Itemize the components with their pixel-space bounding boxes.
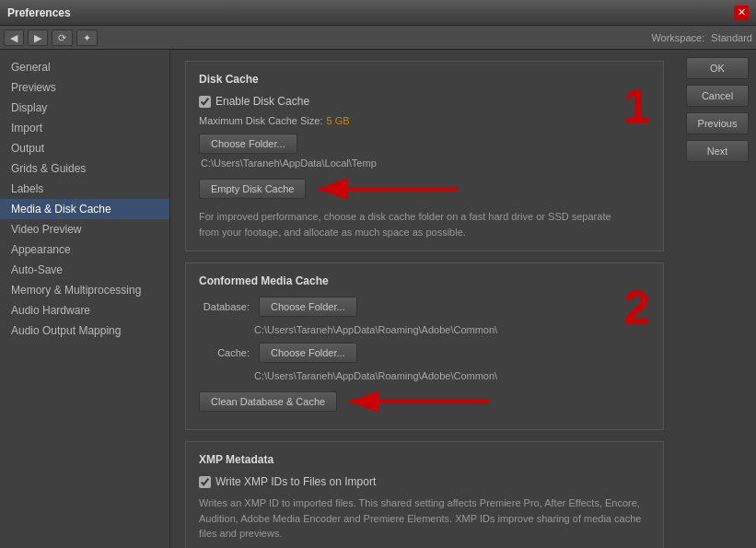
conformed-number: 2 — [623, 284, 650, 332]
database-choose-button[interactable]: Choose Folder... — [259, 297, 357, 317]
disk-cache-path: C:\Users\Taraneh\AppData\Local\Temp — [201, 157, 616, 169]
toolbar-btn-1[interactable]: ◀ — [4, 29, 24, 46]
sidebar-item-labels[interactable]: Labels — [0, 179, 169, 199]
sidebar-item-memory--multiprocessing[interactable]: Memory & Multiprocessing — [0, 280, 169, 300]
disk-cache-info: For improved performance, choose a disk … — [199, 209, 616, 239]
window-title: Preferences — [7, 6, 71, 19]
main-content: GeneralPreviewsDisplayImportOutputGrids … — [0, 50, 756, 548]
sidebar: GeneralPreviewsDisplayImportOutputGrids … — [0, 50, 170, 548]
xmp-title: XMP Metadata — [199, 453, 650, 466]
write-xmp-checkbox[interactable] — [199, 476, 211, 488]
choose-folder-button-disk[interactable]: Choose Folder... — [199, 134, 297, 154]
workspace-label: Workspace: Standard — [651, 32, 752, 43]
cache-choose-button[interactable]: Choose Folder... — [259, 343, 357, 363]
disk-cache-section: Disk Cache Enable Disk Cache Maximum Dis… — [185, 61, 664, 251]
conformed-media-section: Conformed Media Cache Database: Choose F… — [185, 262, 664, 430]
sidebar-item-output[interactable]: Output — [0, 138, 169, 158]
sidebar-item-audio-hardware[interactable]: Audio Hardware — [0, 300, 169, 321]
toolbar-btn-3[interactable]: ⟳ — [52, 29, 73, 46]
toolbar: ◀ ▶ ⟳ ✦ Workspace: Standard — [0, 26, 756, 50]
cache-label: Cache: — [199, 347, 250, 358]
disk-cache-title: Disk Cache — [199, 73, 616, 86]
empty-disk-cache-button[interactable]: Empty Disk Cache — [199, 179, 306, 199]
max-size-row: Maximum Disk Cache Size: 5 GB — [199, 115, 616, 126]
ok-button[interactable]: OK — [686, 57, 749, 79]
sidebar-item-video-preview[interactable]: Video Preview — [0, 219, 169, 239]
sidebar-item-grids--guides[interactable]: Grids & Guides — [0, 158, 169, 179]
xmp-section: XMP Metadata Write XMP IDs to Files on I… — [185, 441, 664, 548]
cache-row: Cache: Choose Folder... — [199, 343, 616, 363]
write-xmp-label: Write XMP IDs to Files on Import — [215, 475, 376, 488]
max-size-label: Maximum Disk Cache Size: — [199, 115, 322, 126]
conformed-media-title: Conformed Media Cache — [199, 274, 616, 287]
disk-cache-number: 1 — [623, 82, 650, 130]
sidebar-item-previews[interactable]: Previews — [0, 77, 169, 98]
enable-disk-cache-label: Enable Disk Cache — [215, 95, 309, 108]
content-area: Disk Cache Enable Disk Cache Maximum Dis… — [170, 50, 679, 548]
arrow-2 — [343, 389, 499, 414]
clean-database-cache-button[interactable]: Clean Database & Cache — [199, 391, 337, 412]
previous-button[interactable]: Previous — [686, 112, 749, 134]
database-label: Database: — [199, 301, 250, 312]
cancel-button[interactable]: Cancel — [686, 85, 749, 107]
enable-disk-cache-checkbox[interactable] — [199, 96, 211, 108]
next-button[interactable]: Next — [686, 140, 749, 162]
right-buttons-panel: OK Cancel Previous Next — [679, 50, 756, 548]
sidebar-item-display[interactable]: Display — [0, 98, 169, 118]
close-button[interactable]: ✕ — [734, 6, 749, 20]
arrow-1 — [311, 176, 468, 202]
toolbar-btn-4[interactable]: ✦ — [76, 29, 98, 46]
sidebar-item-media--disk-cache[interactable]: Media & Disk Cache — [0, 199, 169, 219]
sidebar-item-general[interactable]: General — [0, 57, 169, 77]
database-row: Database: Choose Folder... — [199, 297, 616, 317]
write-xmp-row: Write XMP IDs to Files on Import — [199, 475, 650, 488]
enable-disk-cache-row: Enable Disk Cache — [199, 95, 616, 108]
cache-path: C:\Users\Taraneh\AppData\Roaming\Adobe\C… — [254, 370, 616, 381]
database-path: C:\Users\Taraneh\AppData\Roaming\Adobe\C… — [254, 324, 616, 335]
toolbar-btn-2[interactable]: ▶ — [28, 29, 48, 46]
sidebar-item-import[interactable]: Import — [0, 118, 169, 138]
max-size-value: 5 GB — [326, 115, 349, 126]
sidebar-item-auto-save[interactable]: Auto-Save — [0, 260, 169, 280]
title-bar: Preferences ✕ — [0, 0, 756, 26]
sidebar-item-appearance[interactable]: Appearance — [0, 239, 169, 260]
xmp-info: Writes an XMP ID to imported files. This… — [199, 496, 650, 542]
sidebar-item-audio-output-mapping[interactable]: Audio Output Mapping — [0, 321, 169, 341]
